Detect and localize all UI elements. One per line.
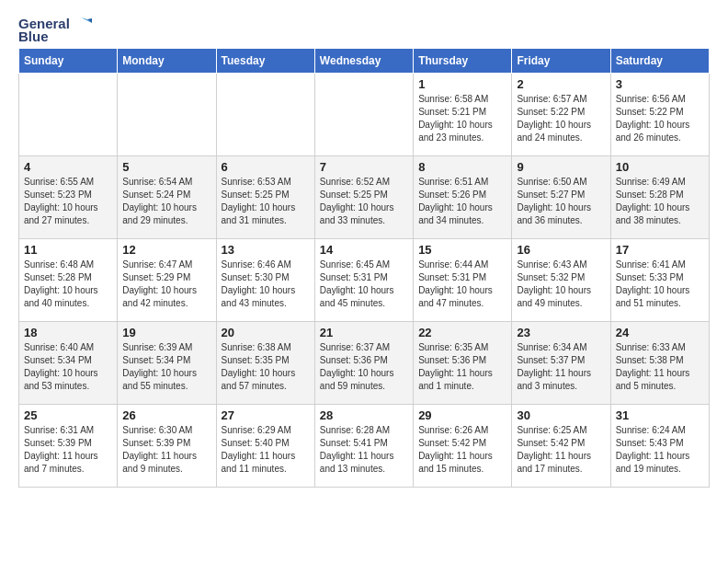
calendar-cell: 21Sunrise: 6:37 AM Sunset: 5:36 PM Dayli…: [314, 322, 413, 405]
week-row-4: 18Sunrise: 6:40 AM Sunset: 5:34 PM Dayli…: [19, 322, 710, 405]
calendar-cell: 1Sunrise: 6:58 AM Sunset: 5:21 PM Daylig…: [414, 74, 512, 156]
column-header-monday: Monday: [118, 49, 216, 74]
day-number: 23: [517, 326, 605, 339]
day-number: 3: [616, 77, 704, 91]
day-info: Sunrise: 6:52 AM Sunset: 5:25 PM Dayligh…: [320, 176, 408, 227]
day-number: 17: [616, 243, 704, 257]
calendar-cell: 12Sunrise: 6:47 AM Sunset: 5:29 PM Dayli…: [118, 239, 216, 322]
day-info: Sunrise: 6:48 AM Sunset: 5:28 PM Dayligh…: [24, 259, 112, 310]
calendar-cell: 31Sunrise: 6:24 AM Sunset: 5:43 PM Dayli…: [610, 405, 709, 488]
day-number: 28: [320, 408, 408, 422]
day-info: Sunrise: 6:24 AM Sunset: 5:43 PM Dayligh…: [616, 424, 704, 476]
day-info: Sunrise: 6:28 AM Sunset: 5:41 PM Dayligh…: [320, 424, 408, 476]
day-info: Sunrise: 6:30 AM Sunset: 5:39 PM Dayligh…: [122, 424, 210, 476]
day-info: Sunrise: 6:43 AM Sunset: 5:32 PM Dayligh…: [517, 259, 605, 310]
calendar-cell: 25Sunrise: 6:31 AM Sunset: 5:39 PM Dayli…: [19, 405, 118, 488]
calendar-cell: 22Sunrise: 6:35 AM Sunset: 5:36 PM Dayli…: [414, 322, 512, 405]
day-number: 15: [418, 243, 506, 257]
day-info: Sunrise: 6:37 AM Sunset: 5:36 PM Dayligh…: [320, 341, 408, 393]
day-info: Sunrise: 6:50 AM Sunset: 5:27 PM Dayligh…: [517, 176, 605, 227]
day-number: 13: [222, 243, 310, 257]
calendar-cell: 4Sunrise: 6:55 AM Sunset: 5:23 PM Daylig…: [19, 156, 118, 239]
calendar-cell: 10Sunrise: 6:49 AM Sunset: 5:28 PM Dayli…: [610, 156, 709, 239]
week-row-5: 25Sunrise: 6:31 AM Sunset: 5:39 PM Dayli…: [19, 405, 710, 488]
calendar-cell: 18Sunrise: 6:40 AM Sunset: 5:34 PM Dayli…: [19, 322, 118, 405]
day-info: Sunrise: 6:56 AM Sunset: 5:22 PM Dayligh…: [616, 93, 704, 144]
day-number: 4: [24, 160, 112, 174]
calendar-cell: 13Sunrise: 6:46 AM Sunset: 5:30 PM Dayli…: [216, 239, 314, 322]
day-number: 19: [122, 326, 210, 339]
column-header-saturday: Saturday: [610, 49, 709, 74]
day-number: 22: [418, 326, 506, 339]
day-number: 1: [418, 77, 506, 91]
calendar-cell: [118, 74, 216, 156]
calendar-table: SundayMondayTuesdayWednesdayThursdayFrid…: [18, 48, 710, 488]
calendar-cell: [19, 74, 118, 156]
day-number: 8: [418, 160, 506, 174]
day-number: 7: [320, 160, 408, 174]
day-info: Sunrise: 6:39 AM Sunset: 5:34 PM Dayligh…: [122, 341, 210, 393]
week-row-2: 4Sunrise: 6:55 AM Sunset: 5:23 PM Daylig…: [19, 156, 710, 239]
day-info: Sunrise: 6:55 AM Sunset: 5:23 PM Dayligh…: [24, 176, 112, 227]
day-number: 27: [222, 408, 310, 422]
calendar-cell: 29Sunrise: 6:26 AM Sunset: 5:42 PM Dayli…: [414, 405, 512, 488]
day-info: Sunrise: 6:54 AM Sunset: 5:24 PM Dayligh…: [122, 176, 210, 227]
day-number: 16: [517, 243, 605, 257]
day-number: 12: [122, 243, 210, 257]
day-info: Sunrise: 6:53 AM Sunset: 5:25 PM Dayligh…: [222, 176, 310, 227]
day-number: 5: [122, 160, 210, 174]
calendar-cell: 23Sunrise: 6:34 AM Sunset: 5:37 PM Dayli…: [512, 322, 610, 405]
calendar-cell: 26Sunrise: 6:30 AM Sunset: 5:39 PM Dayli…: [118, 405, 216, 488]
column-header-tuesday: Tuesday: [216, 49, 314, 74]
day-number: 18: [24, 326, 112, 339]
calendar-cell: 20Sunrise: 6:38 AM Sunset: 5:35 PM Dayli…: [216, 322, 314, 405]
calendar-cell: 24Sunrise: 6:33 AM Sunset: 5:38 PM Dayli…: [610, 322, 709, 405]
day-number: 14: [320, 243, 408, 257]
calendar-cell: 14Sunrise: 6:45 AM Sunset: 5:31 PM Dayli…: [314, 239, 413, 322]
day-info: Sunrise: 6:33 AM Sunset: 5:38 PM Dayligh…: [616, 341, 704, 393]
day-number: 6: [222, 160, 310, 174]
calendar-cell: 17Sunrise: 6:41 AM Sunset: 5:33 PM Dayli…: [610, 239, 709, 322]
calendar-cell: 28Sunrise: 6:28 AM Sunset: 5:41 PM Dayli…: [314, 405, 413, 488]
logo-bird-icon: [72, 15, 92, 31]
calendar-cell: 19Sunrise: 6:39 AM Sunset: 5:34 PM Dayli…: [118, 322, 216, 405]
day-number: 31: [616, 408, 704, 422]
calendar-cell: 6Sunrise: 6:53 AM Sunset: 5:25 PM Daylig…: [216, 156, 314, 239]
logo: General Blue: [18, 15, 92, 44]
day-number: 25: [24, 408, 112, 422]
column-header-wednesday: Wednesday: [314, 49, 413, 74]
day-number: 10: [616, 160, 704, 174]
calendar-cell: 16Sunrise: 6:43 AM Sunset: 5:32 PM Dayli…: [512, 239, 610, 322]
day-info: Sunrise: 6:26 AM Sunset: 5:42 PM Dayligh…: [418, 424, 506, 476]
day-info: Sunrise: 6:57 AM Sunset: 5:22 PM Dayligh…: [517, 93, 605, 144]
day-info: Sunrise: 6:51 AM Sunset: 5:26 PM Dayligh…: [418, 176, 506, 227]
day-info: Sunrise: 6:46 AM Sunset: 5:30 PM Dayligh…: [222, 259, 310, 310]
day-info: Sunrise: 6:29 AM Sunset: 5:40 PM Dayligh…: [222, 424, 310, 476]
day-number: 30: [517, 408, 605, 422]
day-number: 26: [122, 408, 210, 422]
calendar-cell: 2Sunrise: 6:57 AM Sunset: 5:22 PM Daylig…: [512, 74, 610, 156]
day-info: Sunrise: 6:38 AM Sunset: 5:35 PM Dayligh…: [222, 341, 310, 393]
day-info: Sunrise: 6:58 AM Sunset: 5:21 PM Dayligh…: [418, 93, 506, 144]
day-info: Sunrise: 6:31 AM Sunset: 5:39 PM Dayligh…: [24, 424, 112, 476]
column-header-thursday: Thursday: [414, 49, 512, 74]
day-info: Sunrise: 6:49 AM Sunset: 5:28 PM Dayligh…: [616, 176, 704, 227]
calendar-cell: 8Sunrise: 6:51 AM Sunset: 5:26 PM Daylig…: [414, 156, 512, 239]
day-number: 9: [517, 160, 605, 174]
calendar-cell: 3Sunrise: 6:56 AM Sunset: 5:22 PM Daylig…: [610, 74, 709, 156]
day-info: Sunrise: 6:45 AM Sunset: 5:31 PM Dayligh…: [320, 259, 408, 310]
day-number: 24: [616, 326, 704, 339]
day-number: 21: [320, 326, 408, 339]
day-info: Sunrise: 6:25 AM Sunset: 5:42 PM Dayligh…: [517, 424, 605, 476]
calendar-cell: 7Sunrise: 6:52 AM Sunset: 5:25 PM Daylig…: [314, 156, 413, 239]
calendar-cell: [216, 74, 314, 156]
logo-blue: Blue: [18, 29, 49, 44]
day-number: 11: [24, 243, 112, 257]
column-header-friday: Friday: [512, 49, 610, 74]
header-row: SundayMondayTuesdayWednesdayThursdayFrid…: [19, 49, 710, 74]
day-info: Sunrise: 6:41 AM Sunset: 5:33 PM Dayligh…: [616, 259, 704, 310]
day-number: 2: [517, 77, 605, 91]
day-number: 20: [222, 326, 310, 339]
calendar-cell: 5Sunrise: 6:54 AM Sunset: 5:24 PM Daylig…: [118, 156, 216, 239]
calendar-cell: 30Sunrise: 6:25 AM Sunset: 5:42 PM Dayli…: [512, 405, 610, 488]
